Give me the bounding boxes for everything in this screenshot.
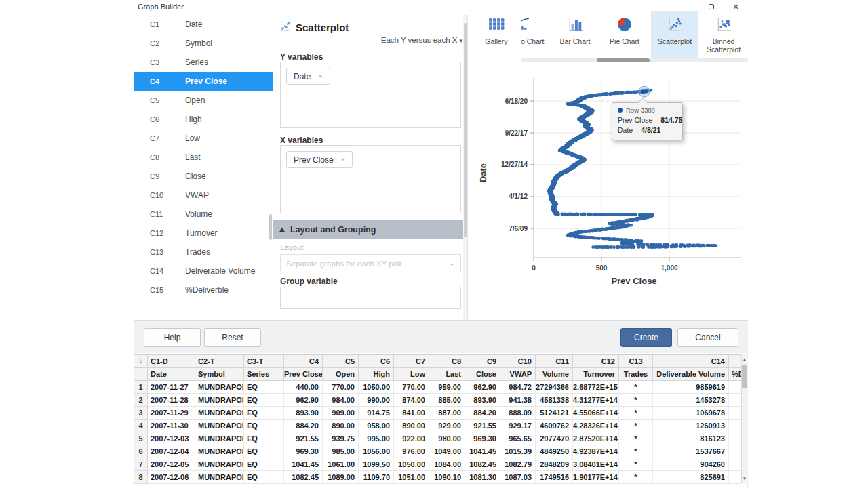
table-cell[interactable]: * bbox=[619, 381, 653, 394]
table-cell[interactable]: 4581338 bbox=[536, 394, 573, 407]
header-cell[interactable]: VWAP bbox=[500, 368, 536, 381]
header-cell[interactable]: C12 bbox=[573, 355, 619, 368]
table-cell[interactable]: 965.65 bbox=[500, 432, 536, 445]
column-item-c4[interactable]: C4Prev Close bbox=[134, 72, 273, 91]
table-cell[interactable]: 2 bbox=[134, 394, 148, 407]
table-cell[interactable]: 2007-11-30 bbox=[148, 420, 195, 432]
table-cell[interactable]: 985.00 bbox=[323, 445, 359, 458]
chart-type-pie[interactable]: Pie Chart bbox=[601, 11, 648, 58]
table-cell[interactable]: 825691 bbox=[653, 471, 729, 484]
table-cell[interactable]: 2.68772E+15 bbox=[573, 381, 619, 394]
table-cell[interactable]: 2007-11-29 bbox=[148, 407, 195, 420]
table-cell[interactable]: EQ bbox=[244, 381, 284, 394]
table-cell[interactable]: 2007-12-04 bbox=[148, 445, 195, 458]
header-cell[interactable]: Turnover bbox=[573, 368, 619, 381]
header-cell[interactable]: Deliverable Volume bbox=[653, 368, 729, 381]
table-cell[interactable]: 5124121 bbox=[536, 407, 573, 420]
table-cell[interactable]: 874.00 bbox=[394, 394, 429, 407]
table-cell[interactable]: 4.31277E+14 bbox=[573, 394, 619, 407]
highlighted-point[interactable] bbox=[641, 90, 644, 94]
table-cell[interactable]: 1109.70 bbox=[359, 471, 394, 484]
chart-type-scatterplot[interactable]: Scatterplot bbox=[651, 11, 698, 58]
table-scrollbar[interactable] bbox=[742, 365, 747, 388]
table-cell[interactable]: 1082.45 bbox=[284, 471, 323, 484]
table-cell[interactable]: 1090.10 bbox=[429, 471, 465, 484]
column-item-c15[interactable]: C15%Deliverble bbox=[134, 281, 273, 300]
layout-select[interactable]: Separate graphs for each XY pair ⌄ bbox=[280, 254, 461, 272]
header-cell[interactable]: C10 bbox=[500, 355, 536, 368]
table-cell[interactable]: 4.92387E+14 bbox=[573, 445, 619, 458]
table-cell[interactable] bbox=[729, 394, 741, 407]
table-cell[interactable]: 959.00 bbox=[429, 381, 465, 394]
table-cell[interactable]: 440.00 bbox=[284, 381, 323, 394]
table-cell[interactable]: 1082.45 bbox=[465, 458, 500, 471]
table-cell[interactable]: 958.00 bbox=[359, 420, 394, 432]
table-cell[interactable]: 1069678 bbox=[653, 407, 729, 420]
table-cell[interactable]: 4.28326E+14 bbox=[573, 420, 619, 432]
table-cell[interactable]: 893.90 bbox=[284, 407, 323, 420]
table-cell[interactable]: 922.00 bbox=[394, 432, 429, 445]
sort-arrow-icon[interactable]: ↓ bbox=[134, 355, 148, 368]
y-variable-chip[interactable]: Date × bbox=[286, 68, 330, 85]
table-cell[interactable]: 4609762 bbox=[536, 420, 573, 432]
table-cell[interactable]: 2848209 bbox=[536, 458, 573, 471]
create-button[interactable]: Create bbox=[620, 328, 672, 347]
table-cell[interactable]: 3 bbox=[134, 407, 148, 420]
table-cell[interactable]: 1260913 bbox=[653, 420, 729, 432]
table-cell[interactable]: EQ bbox=[244, 471, 284, 484]
header-cell[interactable]: Symbol bbox=[195, 368, 244, 381]
table-cell[interactable]: 2007-11-27 bbox=[148, 381, 195, 394]
table-cell[interactable]: 929.00 bbox=[429, 420, 465, 432]
table-cell[interactable]: * bbox=[619, 445, 653, 458]
header-cell[interactable]: Trades bbox=[619, 368, 653, 381]
table-cell[interactable]: 1087.03 bbox=[500, 471, 536, 484]
table-cell[interactable]: 921.55 bbox=[465, 420, 500, 432]
table-cell[interactable] bbox=[729, 420, 741, 432]
table-cell[interactable]: 890.00 bbox=[323, 420, 359, 432]
header-cell[interactable] bbox=[134, 368, 148, 381]
cancel-button[interactable]: Cancel bbox=[677, 328, 738, 347]
table-cell[interactable]: 1537667 bbox=[653, 445, 729, 458]
table-cell[interactable]: 2007-11-28 bbox=[148, 394, 195, 407]
column-item-c7[interactable]: C7Low bbox=[134, 129, 273, 148]
table-cell[interactable]: 9859619 bbox=[653, 381, 729, 394]
x-variables-dropzone[interactable]: Prev Close × bbox=[280, 145, 461, 214]
table-cell[interactable]: 1041.45 bbox=[465, 445, 500, 458]
header-cell[interactable]: Prev Close bbox=[284, 368, 323, 381]
table-cell[interactable]: 939.75 bbox=[323, 432, 359, 445]
column-item-c8[interactable]: C8Last bbox=[134, 148, 273, 167]
header-cell[interactable]: C5 bbox=[323, 355, 359, 368]
header-cell[interactable]: C7 bbox=[394, 355, 429, 368]
table-cell[interactable]: 976.00 bbox=[394, 445, 429, 458]
remove-chip-icon[interactable]: × bbox=[341, 156, 345, 163]
header-cell[interactable]: C13 bbox=[619, 355, 653, 368]
table-cell[interactable]: 1.90177E+14 bbox=[573, 471, 619, 484]
group-variable-dropzone[interactable] bbox=[280, 287, 461, 309]
remove-chip-icon[interactable]: × bbox=[318, 73, 322, 80]
table-cell[interactable] bbox=[729, 432, 741, 445]
highlighted-point[interactable] bbox=[644, 89, 648, 93]
table-cell[interactable]: 5 bbox=[134, 432, 148, 445]
table-cell[interactable]: 770.00 bbox=[323, 381, 359, 394]
table-cell[interactable]: 2.87520E+14 bbox=[573, 432, 619, 445]
table-cell[interactable]: 890.00 bbox=[394, 420, 429, 432]
table-cell[interactable]: 1049.00 bbox=[429, 445, 465, 458]
header-cell[interactable] bbox=[729, 355, 741, 368]
table-cell[interactable]: 1015.39 bbox=[500, 445, 536, 458]
table-cell[interactable]: 984.72 bbox=[500, 381, 536, 394]
header-cell[interactable]: C11 bbox=[536, 355, 573, 368]
column-item-c13[interactable]: C13Trades bbox=[134, 243, 273, 262]
table-cell[interactable]: EQ bbox=[244, 445, 284, 458]
plot-mode-dropdown[interactable]: Each Y versus each X▾ bbox=[319, 36, 462, 44]
column-item-c5[interactable]: C5Open bbox=[134, 91, 273, 110]
table-cell[interactable]: 816123 bbox=[653, 432, 729, 445]
column-item-c11[interactable]: C11Volume bbox=[134, 205, 273, 224]
table-cell[interactable]: 969.30 bbox=[465, 432, 500, 445]
header-cell[interactable]: C14 bbox=[653, 355, 729, 368]
header-cell[interactable]: %D bbox=[729, 368, 741, 381]
table-cell[interactable]: 1453278 bbox=[653, 394, 729, 407]
table-cell[interactable]: 1749516 bbox=[536, 471, 573, 484]
table-cell[interactable]: 893.90 bbox=[465, 394, 500, 407]
table-cell[interactable]: EQ bbox=[244, 407, 284, 420]
columns-list-scrollbar[interactable] bbox=[269, 214, 272, 240]
